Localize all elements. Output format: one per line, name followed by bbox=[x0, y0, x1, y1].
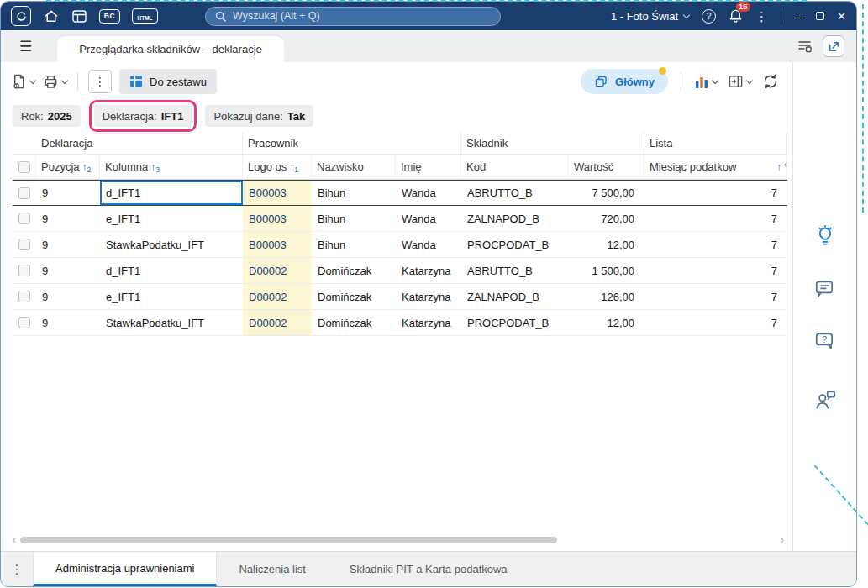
hamburger-menu-button[interactable]: ☰ bbox=[19, 38, 32, 55]
collapse-columns-chevron[interactable]: ‹ bbox=[784, 158, 787, 171]
dock-panel-button[interactable] bbox=[728, 74, 752, 89]
cell-wartosc[interactable]: 126,00 bbox=[569, 284, 644, 309]
column-header-miesiac[interactable]: Miesiąc podatkow↑ bbox=[644, 155, 787, 179]
person-chat-icon[interactable] bbox=[812, 386, 839, 413]
cell-nazwisko[interactable]: Domińczak bbox=[312, 310, 396, 335]
cell-logo[interactable]: B00003 bbox=[243, 181, 312, 205]
cell-logo[interactable]: D00002 bbox=[243, 310, 312, 335]
cell-miesiac[interactable]: 7 bbox=[644, 232, 787, 257]
active-document-tab[interactable]: Przeglądarka składników – deklaracje bbox=[57, 36, 284, 62]
bottom-tab-naliczenia[interactable]: Naliczenia list bbox=[217, 552, 327, 586]
cell-logo[interactable]: D00002 bbox=[243, 258, 312, 283]
cell-pozycja[interactable]: 9 bbox=[36, 181, 100, 205]
row-checkbox[interactable] bbox=[18, 265, 30, 276]
cell-logo[interactable]: B00003 bbox=[243, 232, 312, 257]
cell-wartosc[interactable]: 1 500,00 bbox=[569, 258, 644, 283]
cell-wartosc[interactable]: 12,00 bbox=[569, 232, 644, 257]
table-row[interactable]: 9e_IFT1D00002DomińczakKatarzynaZALNAPOD_… bbox=[13, 284, 787, 310]
cell-kod[interactable]: PROCPODAT_B bbox=[461, 310, 569, 335]
row-checkbox[interactable] bbox=[18, 317, 30, 328]
table-row[interactable]: 9e_IFT1B00003BihunWandaZALNAPOD_B720,007 bbox=[13, 206, 787, 232]
bottom-more-button[interactable]: ⋮ bbox=[1, 552, 33, 586]
cell-pozycja[interactable]: 9 bbox=[36, 284, 100, 309]
filter-chip-rok[interactable]: Rok: 2025 bbox=[13, 105, 81, 127]
cell-pozycja[interactable]: 9 bbox=[36, 310, 100, 335]
cell-kod[interactable]: ABRUTTO_B bbox=[461, 181, 569, 205]
search-input[interactable] bbox=[233, 10, 492, 22]
close-button[interactable]: ✕ bbox=[837, 11, 846, 22]
column-header-kod[interactable]: Kod bbox=[461, 155, 569, 179]
analytics-chart-button[interactable] bbox=[694, 74, 718, 89]
chat-icon[interactable] bbox=[812, 276, 839, 302]
cell-nazwisko[interactable]: Bihun bbox=[312, 181, 396, 205]
scroll-left-arrow[interactable]: ‹ bbox=[13, 535, 16, 545]
cell-imie[interactable]: Katarzyna bbox=[396, 284, 461, 309]
select-all-checkbox[interactable] bbox=[18, 161, 30, 173]
cell-nazwisko[interactable]: Domińczak bbox=[312, 284, 396, 309]
column-header-kolumna[interactable]: Kolumna↑3 bbox=[100, 155, 243, 179]
help-chat-icon[interactable]: ? bbox=[812, 328, 839, 354]
cell-nazwisko[interactable]: Domińczak bbox=[312, 258, 396, 283]
cell-pozycja[interactable]: 9 bbox=[36, 206, 100, 231]
scrollbar-track[interactable] bbox=[20, 536, 776, 544]
row-checkbox[interactable] bbox=[18, 291, 30, 302]
cell-miesiac[interactable]: 7 bbox=[644, 284, 787, 309]
cell-kolumna[interactable]: StawkaPodatku_IFT bbox=[100, 232, 243, 257]
more-menu-button[interactable]: ⋮ bbox=[755, 10, 768, 23]
print-button[interactable] bbox=[43, 74, 67, 90]
cell-imie[interactable]: Wanda bbox=[396, 206, 461, 231]
cell-miesiac[interactable]: 7 bbox=[644, 206, 787, 231]
cell-miesiac[interactable]: 7 bbox=[644, 258, 787, 283]
cell-kod[interactable]: PROCPODAT_B bbox=[461, 232, 569, 257]
cell-kod[interactable]: ABRUTTO_B bbox=[461, 258, 569, 283]
toolbar-more-button[interactable]: ⋮ bbox=[88, 70, 112, 93]
scroll-right-arrow[interactable]: › bbox=[781, 535, 784, 545]
table-row[interactable]: 9StawkaPodatku_IFTD00002DomińczakKatarzy… bbox=[13, 310, 787, 336]
cell-kod[interactable]: ZALNAPOD_B bbox=[461, 206, 569, 231]
cell-kolumna[interactable]: StawkaPodatku_IFT bbox=[100, 310, 243, 335]
add-to-set-button[interactable]: Do zestawu bbox=[119, 69, 217, 94]
minimize-button[interactable] bbox=[794, 13, 803, 19]
table-row[interactable]: 9StawkaPodatku_IFTB00003BihunWandaPROCPO… bbox=[13, 232, 787, 258]
cell-imie[interactable]: Katarzyna bbox=[396, 310, 461, 335]
notifications-button[interactable]: 15 bbox=[729, 8, 743, 24]
search-box[interactable] bbox=[205, 7, 501, 26]
share-export-button[interactable] bbox=[823, 35, 844, 57]
column-header-logo[interactable]: Logo os↑1 bbox=[243, 155, 312, 179]
home-button[interactable] bbox=[43, 8, 60, 24]
cell-imie[interactable]: Wanda bbox=[396, 232, 461, 257]
cell-kolumna[interactable]: d_IFT1 bbox=[100, 181, 243, 205]
scrollbar-thumb[interactable] bbox=[20, 537, 557, 543]
lightbulb-icon[interactable] bbox=[812, 223, 839, 250]
properties-panel-icon[interactable] bbox=[797, 39, 813, 54]
refresh-button[interactable] bbox=[762, 73, 779, 90]
row-checkbox[interactable] bbox=[18, 239, 30, 250]
cell-wartosc[interactable]: 720,00 bbox=[569, 206, 644, 231]
bc-button[interactable]: BC bbox=[99, 9, 120, 24]
cell-imie[interactable]: Katarzyna bbox=[396, 258, 461, 283]
html-button[interactable]: HTML bbox=[132, 8, 158, 24]
modules-grid-button[interactable] bbox=[71, 9, 87, 24]
main-view-button[interactable]: Główny bbox=[581, 69, 668, 94]
table-row[interactable]: 9d_IFT1B00003BihunWandaABRUTTO_B7 500,00… bbox=[13, 180, 787, 206]
cell-logo[interactable]: D00002 bbox=[243, 284, 312, 309]
cell-miesiac[interactable]: 7 bbox=[644, 310, 787, 335]
cell-kolumna[interactable]: d_IFT1 bbox=[100, 258, 243, 283]
row-checkbox[interactable] bbox=[18, 187, 30, 199]
bottom-tab-administracja[interactable]: Administracja uprawnieniami bbox=[33, 552, 217, 586]
filter-chip-deklaracja[interactable]: Deklaracja: IFT1 bbox=[94, 105, 192, 127]
help-button[interactable]: ? bbox=[702, 9, 716, 24]
cell-pozycja[interactable]: 9 bbox=[36, 232, 100, 257]
cell-logo[interactable]: B00003 bbox=[243, 206, 312, 231]
column-header-imie[interactable]: Imię bbox=[396, 155, 461, 179]
new-document-button[interactable] bbox=[11, 73, 35, 90]
cell-wartosc[interactable]: 12,00 bbox=[569, 310, 644, 335]
bottom-tab-skladniki-pit[interactable]: Składniki PIT a Karta podatkowa bbox=[328, 552, 529, 586]
cell-nazwisko[interactable]: Bihun bbox=[312, 206, 396, 231]
cell-wartosc[interactable]: 7 500,00 bbox=[569, 181, 644, 205]
filter-chip-pokazuj-dane[interactable]: Pokazuj dane: Tak bbox=[205, 105, 313, 127]
cell-nazwisko[interactable]: Bihun bbox=[312, 232, 396, 257]
cell-kod[interactable]: ZALNAPOD_B bbox=[461, 284, 569, 309]
row-checkbox[interactable] bbox=[18, 213, 30, 224]
cell-miesiac[interactable]: 7 bbox=[644, 181, 787, 205]
